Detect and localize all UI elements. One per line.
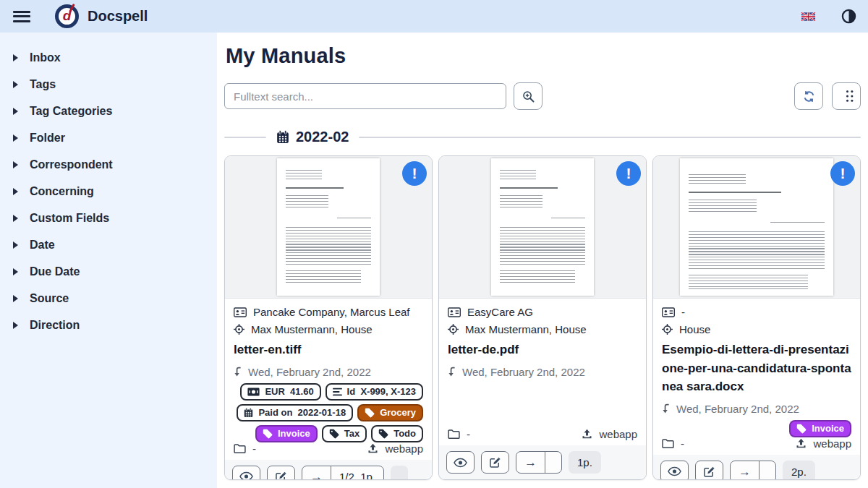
card-actions: → 1/2, 1p. — [225, 460, 432, 481]
caret-right-icon — [13, 161, 18, 168]
custom-field-pill: EUR 41.60 — [240, 383, 320, 401]
card-actions: → 2p. — [653, 455, 860, 481]
eye-icon — [454, 458, 467, 468]
month-group-label: 2022-02 — [296, 129, 349, 145]
page-count — [391, 466, 408, 481]
move-next-group: → — [730, 461, 776, 481]
concerning-label: Max Mustermann, House — [465, 323, 587, 335]
preview-page — [277, 158, 380, 296]
item-date: Wed, February 2nd, 2022 — [676, 403, 799, 415]
tag-icon — [378, 429, 388, 439]
person-card-icon — [662, 307, 675, 317]
alert-badge: ! — [402, 161, 427, 186]
sidebar-item-label: Tags — [30, 78, 56, 91]
select-mode-button[interactable] — [832, 82, 861, 110]
filter-sidebar: Inbox Tags Tag Categories Folder Corresp… — [0, 33, 217, 488]
folder-icon — [234, 444, 246, 453]
arrow-right-icon: → — [739, 466, 751, 478]
alert-badge: ! — [830, 161, 855, 186]
sidebar-item-due-date[interactable]: Due Date — [0, 258, 217, 285]
eye-icon — [239, 471, 253, 480]
grip-icon — [843, 90, 850, 103]
item-card[interactable]: ! - — [652, 155, 861, 480]
sidebar-item-label: Tag Categories — [30, 105, 112, 118]
caret-right-icon — [13, 108, 18, 115]
search-row — [224, 82, 861, 110]
pill-label: Id X-999, X-123 — [347, 386, 416, 397]
card-footer-meta: - webapp — [653, 437, 860, 450]
sidebar-item-tag-categories[interactable]: Tag Categories — [0, 98, 217, 124]
tag-pill: Invoice — [789, 420, 851, 437]
document-preview[interactable]: ! — [653, 156, 860, 299]
card-actions: → 1p. — [439, 445, 646, 479]
sidebar-item-concerning[interactable]: Concerning — [0, 178, 217, 205]
list-icon — [333, 388, 342, 396]
crosshair-icon — [448, 324, 459, 335]
correspondent-label: EasyCare AG — [467, 306, 533, 318]
money-icon — [247, 388, 260, 396]
edit-button[interactable] — [481, 451, 509, 474]
pill-label: Invoice — [278, 428, 310, 439]
person-card-icon — [448, 307, 461, 317]
item-date: Wed, February 2nd, 2022 — [248, 366, 371, 378]
app-logo-icon[interactable]: d — [55, 4, 79, 28]
search-button[interactable] — [514, 82, 542, 110]
arrow-down-icon — [662, 403, 670, 414]
edit-button[interactable] — [695, 461, 723, 481]
caret-right-icon — [13, 322, 18, 329]
sidebar-item-inbox[interactable]: Inbox — [0, 44, 217, 71]
sidebar-item-date[interactable]: Date — [0, 231, 217, 258]
theme-toggle-button[interactable] — [841, 9, 856, 24]
concerning-label: House — [679, 323, 710, 335]
correspondent-label: - — [681, 306, 685, 318]
edit-icon — [704, 466, 715, 477]
arrow-down-icon — [448, 367, 456, 377]
sidebar-item-custom-fields[interactable]: Custom Fields — [0, 205, 217, 231]
folder-icon — [448, 429, 460, 439]
menu-icon[interactable] — [13, 9, 32, 24]
top-bar: d Docspell — [0, 0, 868, 33]
preview-button[interactable] — [660, 461, 689, 481]
sidebar-item-label: Custom Fields — [30, 212, 109, 225]
edit-icon — [276, 471, 286, 481]
move-next-button[interactable]: → — [731, 461, 759, 481]
caret-right-icon — [13, 215, 18, 222]
move-next-button[interactable]: → — [516, 452, 545, 473]
preview-page — [680, 158, 833, 296]
page-count: 1p. — [569, 451, 601, 474]
sidebar-item-label: Folder — [30, 132, 65, 145]
sidebar-item-source[interactable]: Source — [0, 285, 217, 312]
pill-label: Paid on 2022-01-18 — [258, 407, 346, 418]
item-card[interactable]: ! EasyCare AG — [438, 155, 647, 480]
sidebar-item-label: Concerning — [30, 185, 94, 198]
person-card-icon — [234, 307, 247, 317]
upload-icon — [367, 443, 378, 454]
language-flag-icon[interactable] — [801, 12, 815, 21]
document-preview[interactable]: ! — [439, 156, 646, 299]
preview-button[interactable] — [446, 451, 475, 474]
document-preview[interactable]: ! — [225, 156, 432, 299]
sidebar-item-correspondent[interactable]: Correspondent — [0, 151, 217, 178]
fulltext-search-input[interactable] — [224, 83, 506, 109]
sidebar-item-label: Due Date — [30, 265, 80, 278]
card-footer-meta: - webapp — [439, 428, 646, 440]
move-next-button[interactable]: → — [302, 466, 331, 481]
source-label: webapp — [813, 437, 851, 450]
month-group-header: 2022-02 — [224, 129, 861, 145]
preview-button[interactable] — [232, 466, 260, 481]
upload-icon — [796, 438, 807, 449]
item-card[interactable]: ! Pancake Company, Marcus Leaf — [224, 155, 433, 480]
edit-button[interactable] — [267, 466, 295, 481]
arrow-down-icon — [234, 367, 242, 377]
move-next-group: → 1/2, 1p. — [302, 466, 384, 481]
sidebar-item-label: Direction — [30, 319, 80, 332]
crosshair-icon — [662, 324, 673, 335]
folder-icon — [662, 439, 674, 448]
pill-label: Grocery — [380, 407, 416, 418]
sidebar-item-tags[interactable]: Tags — [0, 71, 217, 98]
refresh-button[interactable] — [794, 82, 823, 110]
sidebar-item-folder[interactable]: Folder — [0, 124, 217, 151]
upload-icon — [582, 429, 592, 440]
caret-right-icon — [13, 268, 18, 275]
sidebar-item-direction[interactable]: Direction — [0, 312, 217, 338]
